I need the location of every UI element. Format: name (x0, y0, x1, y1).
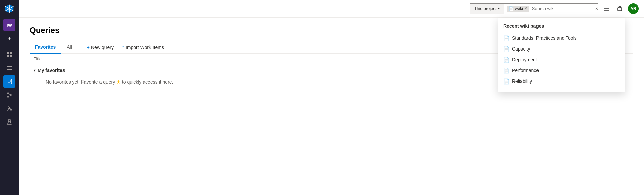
wiki-item-capacity[interactable]: 📄 Capacity (498, 43, 625, 54)
tab-divider (80, 44, 80, 51)
svg-rect-0 (7, 52, 9, 54)
sidebar-item-repos[interactable] (3, 89, 15, 101)
svg-rect-2 (7, 55, 9, 57)
wiki-item-reliability[interactable]: 📄 Reliability (498, 76, 625, 87)
topbar-icons: AR (601, 3, 639, 14)
wiki-tag-label: /wiki (515, 6, 523, 11)
sidebar-item-boards[interactable] (3, 62, 15, 74)
search-bar[interactable]: This project ▾ 📄 /wiki ✕ × (470, 3, 598, 14)
wiki-item-performance[interactable]: 📄 Performance (498, 65, 625, 76)
add-icon: + (87, 45, 90, 50)
sidebar-item-testplans[interactable] (3, 116, 15, 128)
bag-icon-button[interactable] (614, 3, 625, 14)
tab-all[interactable]: All (61, 42, 77, 53)
wiki-item-label: Deployment (512, 57, 537, 62)
svg-rect-1 (10, 52, 12, 54)
search-scope-button[interactable]: This project ▾ (470, 4, 504, 14)
search-input-area: 📄 /wiki ✕ (504, 6, 595, 12)
doc-icon: 📄 (509, 6, 514, 11)
svg-rect-6 (7, 69, 12, 70)
svg-rect-5 (7, 68, 12, 68)
search-input[interactable] (532, 6, 593, 11)
search-close-button[interactable]: × (595, 6, 598, 11)
dropdown-title: Recent wiki pages (498, 23, 625, 33)
sidebar-item-pipelines[interactable] (3, 102, 15, 115)
column-title: Title (34, 56, 562, 61)
svg-rect-15 (618, 8, 622, 11)
wiki-item-label: Standards, Practices and Tools (512, 35, 577, 41)
document-icon: 📄 (503, 46, 509, 52)
settings-icon-button[interactable] (601, 3, 612, 14)
document-icon: 📄 (503, 68, 509, 73)
wiki-item-label: Capacity (512, 46, 530, 52)
sidebar-item-add[interactable]: + (3, 32, 15, 44)
section-toggle[interactable]: ▾ (34, 68, 36, 73)
sidebar-item-overview[interactable] (3, 48, 15, 61)
svg-rect-3 (10, 55, 12, 57)
wiki-item-label: Performance (512, 68, 539, 73)
new-query-label: New query (91, 45, 114, 50)
document-icon: 📄 (503, 78, 509, 84)
document-icon: 📄 (503, 57, 509, 62)
sidebar-item-workitems[interactable] (3, 75, 15, 88)
document-icon: 📄 (503, 35, 509, 41)
tab-favorites[interactable]: Favorites (30, 42, 61, 53)
import-icon: ↑ (122, 44, 124, 51)
wiki-item-standards[interactable]: 📄 Standards, Practices and Tools (498, 33, 625, 43)
close-wiki-tag-icon[interactable]: ✕ (524, 6, 527, 11)
chevron-down-icon: ▾ (498, 7, 500, 10)
star-icon: ★ (116, 79, 121, 85)
import-work-items-button[interactable]: ↑ Import Work Items (118, 42, 168, 53)
svg-rect-4 (7, 66, 12, 67)
sidebar: IW + (0, 0, 19, 195)
import-label: Import Work Items (126, 45, 164, 50)
svg-rect-7 (7, 79, 12, 84)
avatar-initials: AR (630, 6, 636, 11)
main-content: This project ▾ 📄 /wiki ✕ × (19, 0, 644, 195)
wiki-tag[interactable]: 📄 /wiki ✕ (507, 6, 529, 12)
sidebar-item-project[interactable]: IW (3, 19, 15, 31)
app-logo[interactable] (3, 3, 15, 15)
wiki-item-deployment[interactable]: 📄 Deployment (498, 54, 625, 65)
wiki-dropdown: Recent wiki pages 📄 Standards, Practices… (498, 18, 625, 92)
user-avatar[interactable]: AR (628, 3, 639, 14)
search-scope-label: This project (474, 6, 497, 11)
new-query-button[interactable]: + New query (83, 42, 118, 53)
topbar: This project ▾ 📄 /wiki ✕ × (19, 0, 644, 18)
wiki-item-label: Reliability (512, 78, 532, 84)
section-label: My favorites (38, 68, 65, 73)
